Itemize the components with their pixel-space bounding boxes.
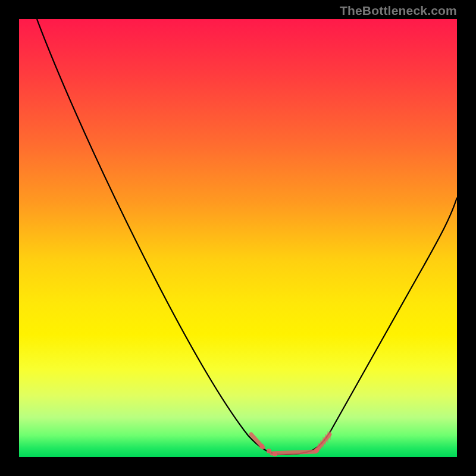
plot-area	[19, 19, 457, 457]
left-curve	[37, 19, 275, 454]
watermark-text: TheBottleneck.com	[340, 4, 457, 18]
right-curve	[275, 198, 457, 455]
noise-dot	[259, 444, 264, 449]
chart-frame: TheBottleneck.com	[0, 0, 476, 476]
noise-seg-bottom	[272, 452, 315, 453]
noise-markers	[251, 429, 330, 456]
noise-dot	[273, 452, 277, 456]
curve-layer	[19, 19, 457, 457]
